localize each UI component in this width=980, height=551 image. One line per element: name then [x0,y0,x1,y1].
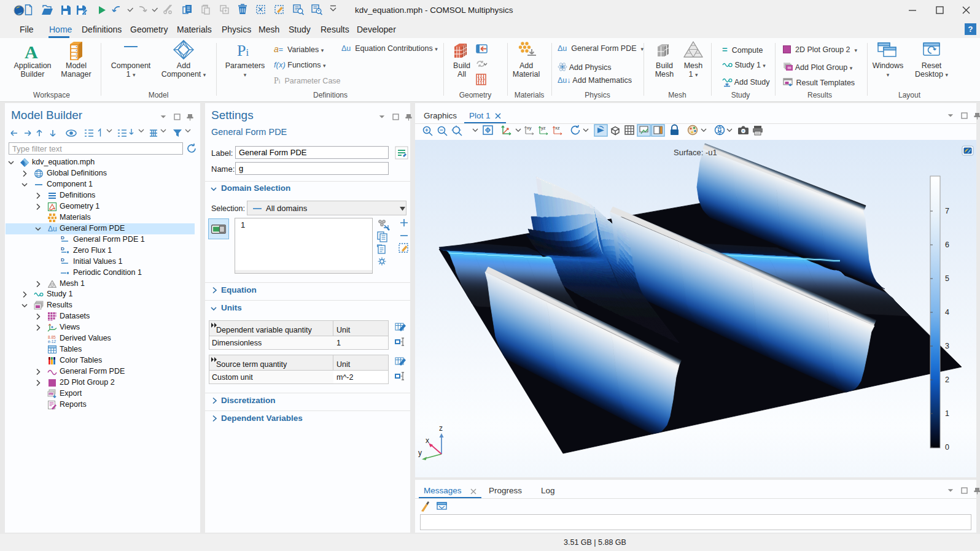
svg-text:D: D [61,257,64,263]
svg-text:D: D [61,235,64,241]
svg-text:4: 4 [945,308,949,317]
svg-text:xz: xz [555,125,560,131]
svg-text:Δu: Δu [48,225,57,233]
svg-text:IMG: IMG [49,393,54,396]
svg-text:8.85: 8.85 [48,335,56,339]
svg-text:3: 3 [945,342,949,350]
svg-text:6: 6 [945,241,949,249]
svg-text:y: y [418,449,422,457]
svg-text:xy: xy [527,125,532,131]
svg-text:1: 1 [945,409,949,418]
svg-text:2: 2 [945,376,949,384]
svg-text:e-12: e-12 [48,339,56,344]
svg-text:7: 7 [945,207,949,215]
svg-text:yz: yz [541,125,546,131]
svg-text:x: x [426,436,429,445]
svg-text:D: D [61,246,64,252]
svg-text:0: 0 [945,443,949,452]
svg-text:z: z [439,424,443,433]
svg-text:5: 5 [945,274,949,283]
